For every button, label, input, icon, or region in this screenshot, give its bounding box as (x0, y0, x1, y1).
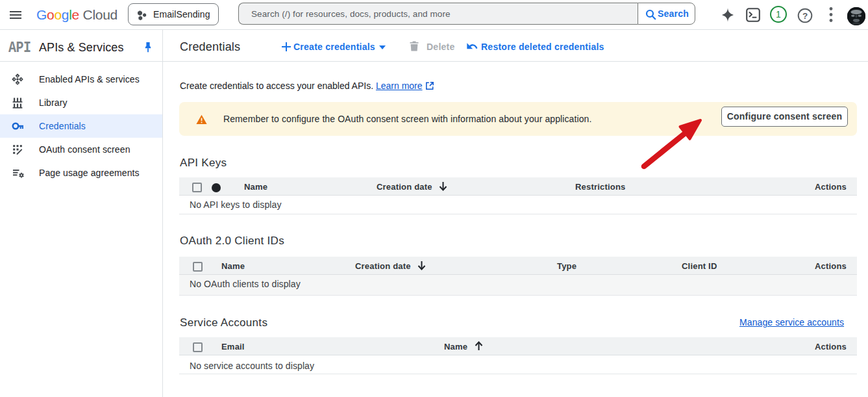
svg-text:?: ? (802, 11, 808, 21)
